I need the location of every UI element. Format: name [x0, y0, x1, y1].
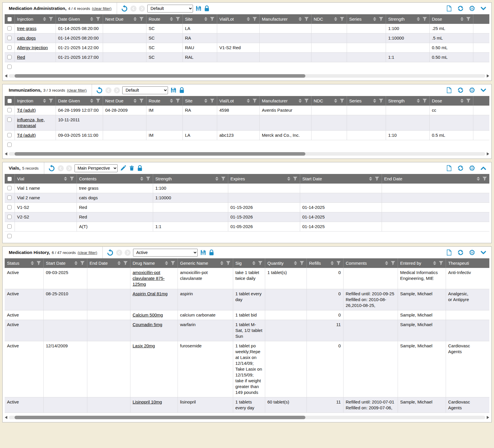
collapse-button[interactable] [480, 249, 487, 256]
delete-button[interactable] [129, 165, 135, 171]
column-header-vial-lot[interactable]: Vial/Lot [217, 96, 259, 106]
horizontal-scrollbar[interactable] [5, 415, 489, 420]
row-checkbox[interactable] [7, 133, 12, 137]
sort-toggle[interactable] [170, 17, 173, 21]
lock-button[interactable] [204, 5, 210, 12]
column-header-refills[interactable]: Refills [307, 258, 343, 268]
clear-filter-link[interactable]: (clear filter) [92, 6, 111, 11]
scroll-left-button[interactable] [5, 152, 8, 156]
sort-toggle[interactable] [460, 17, 464, 21]
sort-toggle[interactable] [43, 99, 46, 103]
column-header-injection[interactable]: Injection [15, 96, 56, 106]
filter-button[interactable] [36, 261, 41, 265]
column-header-series[interactable]: Series [347, 14, 386, 24]
filter-button[interactable] [466, 99, 471, 103]
sort-toggle[interactable] [204, 17, 208, 21]
column-header-end-date[interactable]: End Date [87, 258, 130, 268]
prev-button[interactable] [116, 250, 122, 256]
filter-button[interactable] [96, 17, 100, 21]
filter-button[interactable] [96, 99, 100, 103]
filter-button[interactable] [171, 261, 175, 265]
sort-toggle[interactable] [294, 261, 297, 265]
sort-toggle[interactable] [90, 99, 93, 103]
clear-filter-link[interactable]: (clear filter) [67, 88, 87, 93]
scroll-left-button[interactable] [5, 74, 8, 78]
filter-button[interactable] [422, 99, 427, 103]
column-header-comments[interactable]: Comments [343, 258, 398, 268]
filter-button[interactable] [226, 261, 231, 265]
column-header-expires[interactable]: Expires [228, 174, 300, 184]
filter-button[interactable] [439, 261, 443, 265]
column-header-manufacturer[interactable]: Manufacturer [259, 96, 311, 106]
scroll-right-button[interactable] [486, 416, 489, 419]
new-record-button[interactable] [446, 165, 452, 172]
filter-button[interactable] [293, 177, 298, 181]
perspective-select[interactable]: Default [122, 86, 168, 94]
row-checkbox[interactable] [7, 26, 12, 31]
column-header-generic-name[interactable]: Generic Name [178, 258, 233, 268]
row-checkbox[interactable] [7, 234, 12, 238]
refresh-button[interactable] [457, 249, 464, 256]
injection-link[interactable]: Allergy Injection [17, 45, 48, 50]
edit-button[interactable] [120, 165, 126, 171]
save-button[interactable] [195, 5, 202, 12]
sort-toggle[interactable] [334, 99, 337, 103]
scroll-right-button[interactable] [486, 152, 489, 156]
filter-button[interactable] [375, 177, 379, 181]
prev-button[interactable] [58, 165, 64, 171]
row-checkbox[interactable] [7, 108, 12, 112]
sort-toggle[interactable] [298, 99, 302, 103]
column-header-site[interactable]: Site [183, 96, 217, 106]
next-button[interactable] [125, 250, 131, 256]
filter-button[interactable] [258, 261, 263, 265]
drug-name-link[interactable]: Lisinopril 10mg [133, 399, 162, 404]
row-checkbox[interactable] [7, 205, 12, 209]
row-checkbox[interactable] [7, 195, 12, 200]
refresh-button[interactable] [457, 5, 464, 12]
sort-toggle[interactable] [373, 99, 376, 103]
row-checkbox[interactable] [7, 224, 12, 229]
column-header-route[interactable]: Route [146, 96, 183, 106]
column-header-next-due[interactable]: Next Due [103, 14, 146, 24]
lock-button[interactable] [209, 249, 214, 256]
filter-button[interactable] [304, 99, 309, 103]
sort-toggle[interactable] [385, 261, 388, 265]
column-header-quantity[interactable]: Quantity [265, 258, 307, 268]
column-header-end-date[interactable]: End Date [382, 174, 489, 184]
filter-button[interactable] [300, 261, 304, 265]
settings-button[interactable]: ⚙ [469, 164, 475, 172]
clear-filter-link[interactable]: (clear filter) [77, 250, 97, 255]
next-button[interactable] [66, 165, 72, 171]
next-button[interactable] [139, 6, 145, 12]
column-header-contents[interactable]: Contents [77, 174, 153, 184]
column-header-date-given[interactable]: Date Given [56, 96, 103, 106]
column-header-drug-name[interactable]: Drug Name [130, 258, 178, 268]
row-checkbox[interactable] [7, 143, 12, 147]
settings-button[interactable]: ⚙ [469, 5, 475, 12]
refresh-button[interactable] [457, 165, 464, 172]
column-header-strength[interactable]: Strength [153, 174, 228, 184]
save-button[interactable] [200, 249, 206, 256]
sort-toggle[interactable] [215, 177, 219, 181]
filter-button[interactable] [139, 17, 144, 21]
horizontal-scrollbar[interactable] [5, 74, 489, 78]
filter-button[interactable] [210, 99, 215, 103]
sort-toggle[interactable] [247, 99, 250, 103]
horizontal-scrollbar[interactable] [5, 152, 489, 156]
scrollbar-thumb[interactable] [15, 74, 305, 78]
filter-button[interactable] [176, 17, 180, 21]
sort-toggle[interactable] [247, 17, 250, 21]
undo-button[interactable] [121, 5, 128, 12]
injection-link[interactable]: Td (adult) [17, 108, 36, 113]
column-header-vial-lot[interactable]: Vial/Lot [217, 14, 259, 24]
settings-button[interactable]: ⚙ [469, 86, 475, 94]
drug-name-link[interactable]: Calcium 500mg [133, 312, 163, 317]
new-record-button[interactable] [446, 249, 452, 256]
sort-toggle[interactable] [133, 17, 137, 21]
drug-name-link[interactable]: amoxicillin-pot clavulanate 875-125mg [133, 270, 165, 287]
row-checkbox[interactable] [7, 215, 12, 219]
filter-button[interactable] [304, 17, 309, 21]
filter-button[interactable] [49, 17, 53, 21]
filter-button[interactable] [252, 17, 257, 21]
prev-button[interactable] [130, 6, 137, 12]
